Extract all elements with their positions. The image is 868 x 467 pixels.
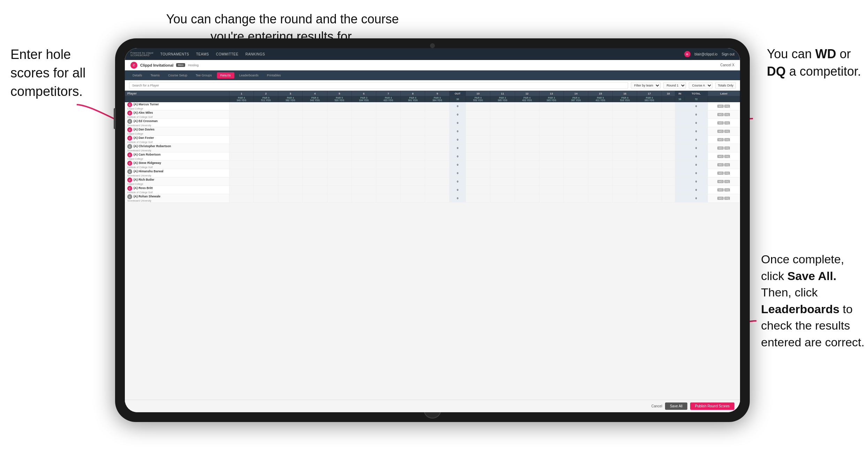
score-hole-7[interactable] xyxy=(376,102,400,111)
score-hole-1[interactable] xyxy=(229,161,254,169)
nav-teams[interactable]: TEAMS xyxy=(196,52,209,56)
score-hole-11[interactable] xyxy=(490,136,515,144)
score-hole-14[interactable] xyxy=(564,111,588,119)
score-hole-4[interactable] xyxy=(303,178,327,186)
score-hole-5[interactable] xyxy=(327,178,352,186)
score-hole-2[interactable] xyxy=(254,178,278,186)
score-hole-17[interactable] xyxy=(637,194,662,203)
score-hole-15[interactable] xyxy=(588,102,613,111)
score-hole-13[interactable] xyxy=(539,144,564,152)
score-hole-13[interactable] xyxy=(539,178,564,186)
score-hole-18[interactable] xyxy=(662,186,675,194)
wd-button[interactable]: WD xyxy=(717,105,724,108)
score-hole-6[interactable] xyxy=(352,152,376,161)
score-hole-12[interactable] xyxy=(515,144,539,152)
score-hole-6[interactable] xyxy=(352,144,376,152)
score-hole-13[interactable] xyxy=(539,186,564,194)
score-hole-15[interactable] xyxy=(588,161,613,169)
score-hole-12[interactable] xyxy=(515,161,539,169)
nav-tournaments[interactable]: TOURNAMENTS xyxy=(160,52,189,56)
score-hole-15[interactable] xyxy=(588,136,613,144)
score-hole-12[interactable] xyxy=(515,119,539,127)
score-hole-14[interactable] xyxy=(564,102,588,111)
score-hole-17[interactable] xyxy=(637,111,662,119)
score-hole-5[interactable] xyxy=(327,119,352,127)
score-hole-3[interactable] xyxy=(278,178,303,186)
score-hole-2[interactable] xyxy=(254,186,278,194)
score-hole-15[interactable] xyxy=(588,186,613,194)
score-hole-1[interactable] xyxy=(229,169,254,178)
score-hole-18[interactable] xyxy=(662,161,675,169)
cancel-link[interactable]: Cancel X xyxy=(720,63,734,67)
score-hole-3[interactable] xyxy=(278,161,303,169)
score-hole-4[interactable] xyxy=(303,186,327,194)
score-hole-13[interactable] xyxy=(539,169,564,178)
score-hole-14[interactable] xyxy=(564,152,588,161)
score-hole-5[interactable] xyxy=(327,169,352,178)
score-hole-17[interactable] xyxy=(637,186,662,194)
score-hole-8[interactable] xyxy=(401,144,425,152)
score-hole-1[interactable] xyxy=(229,194,254,203)
score-hole-6[interactable] xyxy=(352,186,376,194)
sign-out-link[interactable]: Sign out xyxy=(722,52,734,56)
score-hole-12[interactable] xyxy=(515,102,539,111)
score-hole-5[interactable] xyxy=(327,161,352,169)
score-hole-17[interactable] xyxy=(637,161,662,169)
score-hole-3[interactable] xyxy=(278,127,303,136)
score-hole-13[interactable] xyxy=(539,136,564,144)
score-hole-8[interactable] xyxy=(401,111,425,119)
score-hole-4[interactable] xyxy=(303,161,327,169)
score-hole-9[interactable] xyxy=(425,127,450,136)
score-hole-9[interactable] xyxy=(425,111,450,119)
tab-printables[interactable]: Printables xyxy=(263,72,284,78)
score-hole-11[interactable] xyxy=(490,161,515,169)
score-hole-3[interactable] xyxy=(278,169,303,178)
score-hole-9[interactable] xyxy=(425,178,450,186)
dq-button[interactable]: DQ xyxy=(724,105,730,108)
tab-teams[interactable]: Teams xyxy=(147,72,164,78)
score-hole-18[interactable] xyxy=(662,119,675,127)
course-select[interactable]: Course A xyxy=(689,82,712,89)
score-hole-2[interactable] xyxy=(254,102,278,111)
score-hole-10[interactable] xyxy=(466,119,490,127)
score-hole-6[interactable] xyxy=(352,178,376,186)
score-hole-10[interactable] xyxy=(466,152,490,161)
score-hole-14[interactable] xyxy=(564,186,588,194)
score-hole-1[interactable] xyxy=(229,186,254,194)
score-hole-8[interactable] xyxy=(401,152,425,161)
score-hole-12[interactable] xyxy=(515,178,539,186)
score-hole-16[interactable] xyxy=(613,194,637,203)
score-hole-3[interactable] xyxy=(278,144,303,152)
score-hole-9[interactable] xyxy=(425,152,450,161)
score-hole-4[interactable] xyxy=(303,102,327,111)
score-hole-4[interactable] xyxy=(303,144,327,152)
score-hole-9[interactable] xyxy=(425,144,450,152)
score-hole-11[interactable] xyxy=(490,144,515,152)
score-hole-10[interactable] xyxy=(466,136,490,144)
score-hole-16[interactable] xyxy=(613,161,637,169)
round-select[interactable]: Round 1 xyxy=(663,82,686,89)
score-hole-3[interactable] xyxy=(278,136,303,144)
score-hole-12[interactable] xyxy=(515,111,539,119)
wd-button[interactable]: WD xyxy=(717,121,724,125)
score-hole-15[interactable] xyxy=(588,144,613,152)
wd-button[interactable]: WD xyxy=(717,197,724,200)
score-hole-4[interactable] xyxy=(303,111,327,119)
score-hole-13[interactable] xyxy=(539,111,564,119)
score-hole-13[interactable] xyxy=(539,152,564,161)
score-hole-16[interactable] xyxy=(613,169,637,178)
score-hole-17[interactable] xyxy=(637,102,662,111)
score-hole-7[interactable] xyxy=(376,186,400,194)
wd-button[interactable]: WD xyxy=(717,188,724,191)
score-hole-11[interactable] xyxy=(490,111,515,119)
dq-button[interactable]: DQ xyxy=(724,113,730,116)
score-hole-4[interactable] xyxy=(303,194,327,203)
score-hole-11[interactable] xyxy=(490,152,515,161)
score-hole-7[interactable] xyxy=(376,169,400,178)
score-hole-18[interactable] xyxy=(662,144,675,152)
score-hole-16[interactable] xyxy=(613,186,637,194)
score-hole-16[interactable] xyxy=(613,119,637,127)
tab-tee-groups[interactable]: Tee Groups xyxy=(192,72,216,78)
score-hole-1[interactable] xyxy=(229,136,254,144)
score-hole-9[interactable] xyxy=(425,119,450,127)
